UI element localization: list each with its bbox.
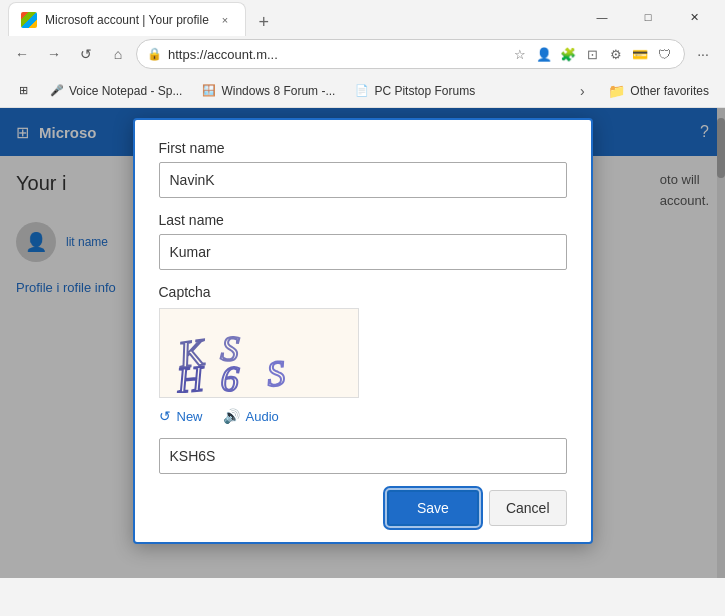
save-button[interactable]: Save bbox=[387, 490, 479, 526]
bookmark-voice-notepad[interactable]: 🎤 Voice Notepad - Sp... bbox=[42, 81, 190, 101]
maximize-button[interactable]: □ bbox=[625, 0, 671, 34]
bookmark-windows8-forum[interactable]: 🪟 Windows 8 Forum -... bbox=[194, 81, 343, 101]
settings-icon[interactable]: ⚙ bbox=[606, 44, 626, 64]
star-icon[interactable]: ☆ bbox=[510, 44, 530, 64]
refresh-button[interactable]: ↺ bbox=[72, 40, 100, 68]
bookmark-voice-notepad-label: Voice Notepad - Sp... bbox=[69, 84, 182, 98]
bookmark-pc-pitstop-label: PC Pitstop Forums bbox=[374, 84, 475, 98]
svg-text:S: S bbox=[264, 353, 286, 393]
refresh-icon: ↺ bbox=[159, 408, 171, 424]
voice-notepad-icon: 🎤 bbox=[50, 84, 64, 98]
other-favorites-label: Other favorites bbox=[630, 84, 709, 98]
svg-text:6: 6 bbox=[219, 358, 239, 393]
pc-pitstop-icon: 📄 bbox=[355, 84, 369, 98]
address-bar-icons: ☆ 👤 🧩 ⊡ ⚙ 💳 🛡 bbox=[510, 44, 674, 64]
bookmarks-more-button[interactable]: › bbox=[568, 77, 596, 105]
new-captcha-button[interactable]: ↺ New bbox=[159, 408, 203, 424]
browser-chrome: Microsoft account | Your profile × + — □… bbox=[0, 0, 725, 108]
captcha-actions: ↺ New 🔊 Audio bbox=[159, 408, 567, 424]
split-icon[interactable]: ⊡ bbox=[582, 44, 602, 64]
tab-close-button[interactable]: × bbox=[217, 12, 233, 28]
first-name-input[interactable] bbox=[159, 162, 567, 198]
last-name-label: Last name bbox=[159, 212, 567, 228]
tab-bar: Microsoft account | Your profile × + bbox=[8, 0, 579, 36]
shield-icon[interactable]: 🛡 bbox=[654, 44, 674, 64]
modal-backdrop: First name Last name Captcha K S bbox=[0, 108, 725, 578]
captcha-section: Captcha K S H 6 S bbox=[159, 284, 567, 474]
back-button[interactable]: ← bbox=[8, 40, 36, 68]
page-content: ©Howtoconnect ⊞ Microso ? Your i oto wil… bbox=[0, 108, 725, 578]
bookmark-pc-pitstop[interactable]: 📄 PC Pitstop Forums bbox=[347, 81, 483, 101]
folder-icon: 📁 bbox=[608, 83, 625, 99]
address-text: https://account.m... bbox=[168, 47, 504, 62]
title-bar: Microsoft account | Your profile × + — □… bbox=[0, 0, 725, 34]
first-name-label: First name bbox=[159, 140, 567, 156]
first-name-field-group: First name bbox=[159, 140, 567, 212]
audio-captcha-button[interactable]: 🔊 Audio bbox=[223, 408, 279, 424]
captcha-image: K S H 6 S bbox=[159, 308, 359, 398]
apps-grid-icon: ⊞ bbox=[16, 84, 30, 98]
close-button[interactable]: ✕ bbox=[671, 0, 717, 34]
captcha-label: Captcha bbox=[159, 284, 567, 300]
active-tab[interactable]: Microsoft account | Your profile × bbox=[8, 2, 246, 36]
bookmark-item-apps[interactable]: ⊞ bbox=[8, 81, 38, 101]
captcha-dialog: First name Last name Captcha K S bbox=[133, 118, 593, 544]
audio-captcha-label: Audio bbox=[246, 409, 279, 424]
minimize-button[interactable]: — bbox=[579, 0, 625, 34]
bookmarks-bar: ⊞ 🎤 Voice Notepad - Sp... 🪟 Windows 8 Fo… bbox=[0, 74, 725, 108]
dialog-footer: Save Cancel bbox=[159, 480, 567, 526]
last-name-input[interactable] bbox=[159, 234, 567, 270]
bookmarks-overflow: › 📁 Other favorites bbox=[568, 77, 717, 105]
wallet-icon[interactable]: 💳 bbox=[630, 44, 650, 64]
more-button[interactable]: ··· bbox=[689, 40, 717, 68]
tab-favicon bbox=[21, 12, 37, 28]
windows-forum-icon: 🪟 bbox=[202, 84, 216, 98]
captcha-svg: K S H 6 S bbox=[169, 313, 349, 393]
new-captcha-label: New bbox=[177, 409, 203, 424]
address-bar[interactable]: 🔒 https://account.m... ☆ 👤 🧩 ⊡ ⚙ 💳 🛡 bbox=[136, 39, 685, 69]
new-tab-button[interactable]: + bbox=[250, 8, 278, 36]
other-favorites[interactable]: 📁 Other favorites bbox=[600, 80, 717, 102]
forward-button[interactable]: → bbox=[40, 40, 68, 68]
last-name-field-group: Last name bbox=[159, 212, 567, 284]
profile-icon[interactable]: 👤 bbox=[534, 44, 554, 64]
captcha-input[interactable] bbox=[159, 438, 567, 474]
address-bar-row: ← → ↺ ⌂ 🔒 https://account.m... ☆ 👤 🧩 ⊡ ⚙… bbox=[0, 34, 725, 74]
audio-icon: 🔊 bbox=[223, 408, 240, 424]
window-controls: — □ ✕ bbox=[579, 0, 717, 34]
bookmark-windows8-forum-label: Windows 8 Forum -... bbox=[221, 84, 335, 98]
tab-title: Microsoft account | Your profile bbox=[45, 13, 209, 27]
extension-icon[interactable]: 🧩 bbox=[558, 44, 578, 64]
cancel-button[interactable]: Cancel bbox=[489, 490, 567, 526]
home-button[interactable]: ⌂ bbox=[104, 40, 132, 68]
lock-icon: 🔒 bbox=[147, 47, 162, 61]
